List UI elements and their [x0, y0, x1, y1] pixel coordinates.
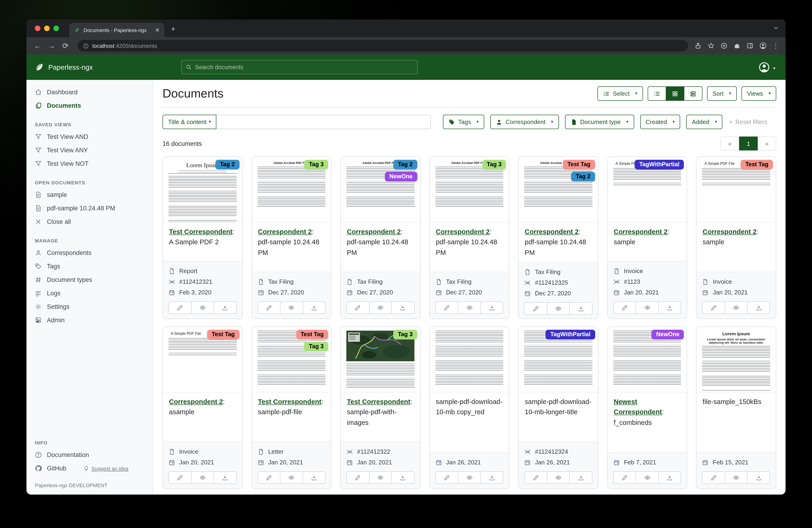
- document-type-row[interactable]: Tax Filing: [524, 267, 592, 277]
- download-button[interactable]: [658, 301, 681, 314]
- tag-badge[interactable]: Tag 3: [393, 330, 417, 340]
- browser-tab[interactable]: Documents - Paperless-ngx ✕: [69, 23, 164, 37]
- edit-button[interactable]: [169, 471, 191, 484]
- address-bar[interactable]: localhost:4200/documents: [77, 40, 688, 52]
- sort-dropdown-button[interactable]: Sort: [707, 86, 737, 101]
- edit-button[interactable]: [346, 301, 369, 314]
- side-panel-icon[interactable]: [746, 42, 754, 49]
- document-thumbnail[interactable]: Lorem ipsum Lorem ipsum dolor sit amet, …: [697, 327, 776, 393]
- created-filter-button[interactable]: Created: [640, 115, 680, 129]
- minimize-window-button[interactable]: [44, 26, 50, 31]
- correspondent-link[interactable]: Correspondent 2: [258, 228, 312, 236]
- preview-button[interactable]: [280, 471, 303, 484]
- download-button[interactable]: [214, 301, 236, 314]
- download-button[interactable]: [391, 301, 414, 314]
- tag-badge[interactable]: Test Tag: [207, 330, 239, 340]
- edit-button[interactable]: [258, 301, 280, 314]
- edit-button[interactable]: [435, 471, 458, 484]
- preview-button[interactable]: [547, 471, 569, 484]
- browser-menu-icon[interactable]: ⋮: [772, 42, 779, 49]
- views-dropdown-button[interactable]: Views: [741, 86, 776, 101]
- select-dropdown-button[interactable]: Select: [597, 86, 643, 101]
- search-input[interactable]: [195, 64, 413, 70]
- document-type-row[interactable]: Tax Filing: [258, 276, 325, 287]
- edit-button[interactable]: [702, 301, 725, 314]
- sidebar-item-close-all[interactable]: Close all: [27, 215, 153, 228]
- tags-filter-button[interactable]: Tags: [443, 115, 484, 129]
- correspondent-link[interactable]: Test Correspondent: [347, 398, 410, 405]
- suggest-an-idea-link[interactable]: Suggest an idea: [84, 466, 128, 471]
- document-thumbnail[interactable]: Adobe Acrobat PDF Files Test Tag Tag 2: [519, 157, 598, 223]
- new-tab-button[interactable]: +: [171, 25, 175, 34]
- document-type-row[interactable]: Invoice: [702, 276, 770, 287]
- document-type-row[interactable]: Report: [169, 266, 236, 276]
- correspondent-link[interactable]: Test Correspondent: [169, 228, 232, 236]
- tag-badge[interactable]: TagWithPartial: [635, 160, 684, 170]
- preview-button[interactable]: [725, 301, 747, 314]
- preview-button[interactable]: [280, 301, 303, 314]
- preview-button[interactable]: [725, 471, 747, 484]
- document-type-row[interactable]: Letter: [258, 446, 325, 457]
- maximize-window-button[interactable]: [53, 26, 59, 31]
- sidebar-item-saved-view[interactable]: Test View NOT: [27, 157, 153, 170]
- extension-action-icon[interactable]: [721, 42, 727, 49]
- list-view-button[interactable]: [648, 86, 666, 101]
- user-menu[interactable]: [759, 61, 775, 73]
- close-window-button[interactable]: [35, 26, 40, 31]
- download-button[interactable]: [747, 471, 770, 484]
- document-thumbnail[interactable]: NewOne: [608, 327, 687, 393]
- download-button[interactable]: [747, 301, 770, 314]
- sidebar-item-saved-view[interactable]: Test View AND: [27, 130, 153, 143]
- document-type-row[interactable]: Invoice: [169, 446, 236, 457]
- preview-button[interactable]: [458, 301, 480, 314]
- correspondent-link[interactable]: Correspondent 2: [347, 228, 401, 236]
- reset-filters-button[interactable]: × Reset filters: [729, 118, 767, 125]
- download-button[interactable]: [480, 301, 504, 314]
- download-button[interactable]: [658, 471, 681, 484]
- document-thumbnail[interactable]: Adobe Acrobat PDF Files Tag 3: [430, 157, 509, 223]
- correspondent-link[interactable]: Correspondent 2: [703, 228, 756, 236]
- sidebar-item-documentation[interactable]: Documentation: [27, 448, 153, 461]
- preview-button[interactable]: [458, 471, 480, 484]
- correspondent-link[interactable]: Test Correspondent: [258, 398, 321, 405]
- pagination-next-button[interactable]: »: [758, 137, 776, 151]
- text-filter-input[interactable]: [216, 115, 431, 129]
- sidebar-item-open-document[interactable]: sample: [27, 188, 153, 201]
- document-thumbnail[interactable]: Lorem Ipsum Tag 2: [163, 157, 242, 223]
- tag-badge[interactable]: NewOne: [385, 172, 417, 182]
- tag-badge[interactable]: Tag 3: [304, 160, 328, 170]
- preview-button[interactable]: [636, 301, 658, 314]
- document-thumbnail[interactable]: A Simple PDF File TagWithPartial: [608, 157, 687, 223]
- tag-badge[interactable]: Tag 3: [304, 342, 328, 352]
- sidebar-item-settings[interactable]: Settings: [27, 300, 153, 313]
- tag-badge[interactable]: NewOne: [652, 330, 684, 340]
- sidebar-item-tags[interactable]: Tags: [27, 260, 153, 273]
- document-thumbnail[interactable]: A Simple PDF File Test Tag: [163, 327, 242, 393]
- tag-badge[interactable]: Test Tag: [296, 330, 328, 340]
- sidebar-item-dashboard[interactable]: Dashboard: [27, 85, 153, 99]
- pagination-page-1[interactable]: 1: [739, 137, 758, 151]
- profile-avatar-icon[interactable]: [759, 42, 767, 49]
- forward-button[interactable]: →: [46, 42, 57, 50]
- app-brand[interactable]: Paperless-ngx: [27, 62, 153, 72]
- share-icon[interactable]: [695, 42, 701, 49]
- correspondent-link[interactable]: Correspondent 2: [169, 398, 223, 405]
- sidebar-item-github[interactable]: GitHub Suggest an idea: [27, 461, 153, 475]
- back-button[interactable]: ←: [32, 42, 43, 50]
- download-button[interactable]: [569, 302, 592, 315]
- download-button[interactable]: [480, 471, 504, 484]
- correspondent-link[interactable]: Correspondent 2: [436, 228, 490, 236]
- sidebar-item-document-types[interactable]: Document types: [27, 273, 153, 286]
- extensions-puzzle-icon[interactable]: [734, 42, 740, 49]
- download-button[interactable]: [303, 471, 325, 484]
- preview-button[interactable]: [636, 471, 658, 484]
- download-button[interactable]: [391, 471, 414, 484]
- edit-button[interactable]: [702, 471, 725, 484]
- edit-button[interactable]: [524, 302, 547, 315]
- bookmark-star-icon[interactable]: [708, 42, 714, 49]
- sidebar-item-correspondents[interactable]: Correspondents: [27, 246, 153, 260]
- download-button[interactable]: [569, 471, 592, 484]
- edit-button[interactable]: [613, 301, 636, 314]
- sidebar-item-logs[interactable]: Logs: [27, 286, 153, 300]
- sidebar-item-documents[interactable]: Documents: [27, 99, 153, 112]
